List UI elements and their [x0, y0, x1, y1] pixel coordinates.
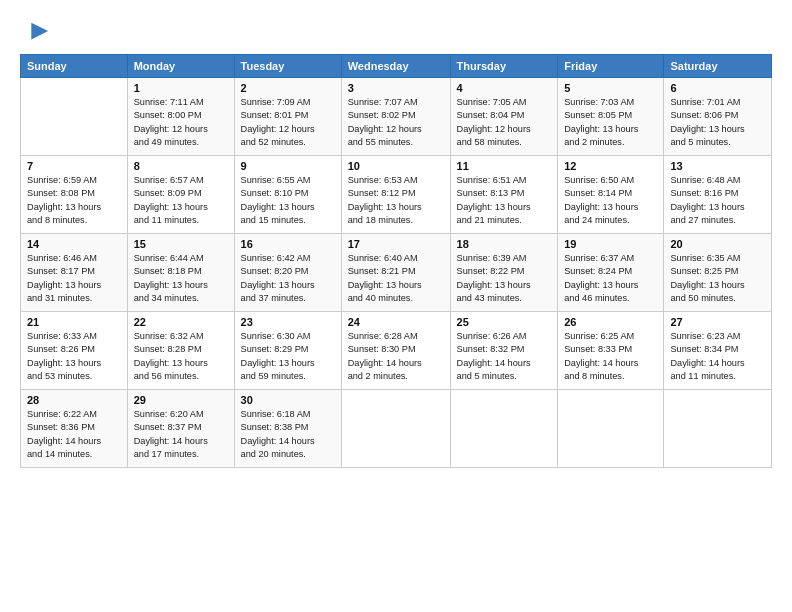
day-info: Sunrise: 6:33 AMSunset: 8:26 PMDaylight:…: [27, 330, 121, 383]
day-number: 2: [241, 82, 335, 94]
day-cell: 17Sunrise: 6:40 AMSunset: 8:21 PMDayligh…: [341, 234, 450, 312]
day-number: 16: [241, 238, 335, 250]
header-row: SundayMondayTuesdayWednesdayThursdayFrid…: [21, 55, 772, 78]
day-number: 25: [457, 316, 552, 328]
day-number: 14: [27, 238, 121, 250]
day-number: 13: [670, 160, 765, 172]
day-number: 23: [241, 316, 335, 328]
day-info: Sunrise: 6:35 AMSunset: 8:25 PMDaylight:…: [670, 252, 765, 305]
day-number: 6: [670, 82, 765, 94]
svg-marker-0: [31, 23, 48, 40]
day-number: 17: [348, 238, 444, 250]
day-info: Sunrise: 6:39 AMSunset: 8:22 PMDaylight:…: [457, 252, 552, 305]
week-row-1: 7Sunrise: 6:59 AMSunset: 8:08 PMDaylight…: [21, 156, 772, 234]
day-number: 10: [348, 160, 444, 172]
day-cell: 21Sunrise: 6:33 AMSunset: 8:26 PMDayligh…: [21, 312, 128, 390]
header-cell-thursday: Thursday: [450, 55, 558, 78]
day-info: Sunrise: 7:09 AMSunset: 8:01 PMDaylight:…: [241, 96, 335, 149]
day-number: 28: [27, 394, 121, 406]
day-cell: 2Sunrise: 7:09 AMSunset: 8:01 PMDaylight…: [234, 78, 341, 156]
day-number: 22: [134, 316, 228, 328]
day-info: Sunrise: 6:26 AMSunset: 8:32 PMDaylight:…: [457, 330, 552, 383]
day-cell: 3Sunrise: 7:07 AMSunset: 8:02 PMDaylight…: [341, 78, 450, 156]
day-info: Sunrise: 6:50 AMSunset: 8:14 PMDaylight:…: [564, 174, 657, 227]
day-cell: 10Sunrise: 6:53 AMSunset: 8:12 PMDayligh…: [341, 156, 450, 234]
header-cell-sunday: Sunday: [21, 55, 128, 78]
day-info: Sunrise: 7:11 AMSunset: 8:00 PMDaylight:…: [134, 96, 228, 149]
day-number: 26: [564, 316, 657, 328]
day-cell: 23Sunrise: 6:30 AMSunset: 8:29 PMDayligh…: [234, 312, 341, 390]
day-info: Sunrise: 6:30 AMSunset: 8:29 PMDaylight:…: [241, 330, 335, 383]
calendar-body: 1Sunrise: 7:11 AMSunset: 8:00 PMDaylight…: [21, 78, 772, 468]
header: [20, 18, 772, 46]
day-number: 20: [670, 238, 765, 250]
week-row-3: 21Sunrise: 6:33 AMSunset: 8:26 PMDayligh…: [21, 312, 772, 390]
day-cell: [21, 78, 128, 156]
day-cell: 30Sunrise: 6:18 AMSunset: 8:38 PMDayligh…: [234, 390, 341, 468]
day-cell: 8Sunrise: 6:57 AMSunset: 8:09 PMDaylight…: [127, 156, 234, 234]
day-cell: 16Sunrise: 6:42 AMSunset: 8:20 PMDayligh…: [234, 234, 341, 312]
day-number: 21: [27, 316, 121, 328]
day-info: Sunrise: 6:51 AMSunset: 8:13 PMDaylight:…: [457, 174, 552, 227]
day-cell: 13Sunrise: 6:48 AMSunset: 8:16 PMDayligh…: [664, 156, 772, 234]
day-cell: 15Sunrise: 6:44 AMSunset: 8:18 PMDayligh…: [127, 234, 234, 312]
day-number: 15: [134, 238, 228, 250]
day-number: 7: [27, 160, 121, 172]
day-number: 9: [241, 160, 335, 172]
day-cell: 28Sunrise: 6:22 AMSunset: 8:36 PMDayligh…: [21, 390, 128, 468]
day-number: 11: [457, 160, 552, 172]
day-info: Sunrise: 7:03 AMSunset: 8:05 PMDaylight:…: [564, 96, 657, 149]
week-row-2: 14Sunrise: 6:46 AMSunset: 8:17 PMDayligh…: [21, 234, 772, 312]
day-info: Sunrise: 6:23 AMSunset: 8:34 PMDaylight:…: [670, 330, 765, 383]
day-cell: 6Sunrise: 7:01 AMSunset: 8:06 PMDaylight…: [664, 78, 772, 156]
day-info: Sunrise: 6:37 AMSunset: 8:24 PMDaylight:…: [564, 252, 657, 305]
day-info: Sunrise: 6:44 AMSunset: 8:18 PMDaylight:…: [134, 252, 228, 305]
day-cell: 7Sunrise: 6:59 AMSunset: 8:08 PMDaylight…: [21, 156, 128, 234]
day-info: Sunrise: 6:22 AMSunset: 8:36 PMDaylight:…: [27, 408, 121, 461]
logo-icon: [22, 18, 50, 46]
header-cell-monday: Monday: [127, 55, 234, 78]
header-cell-tuesday: Tuesday: [234, 55, 341, 78]
day-cell: 29Sunrise: 6:20 AMSunset: 8:37 PMDayligh…: [127, 390, 234, 468]
day-cell: 14Sunrise: 6:46 AMSunset: 8:17 PMDayligh…: [21, 234, 128, 312]
header-cell-saturday: Saturday: [664, 55, 772, 78]
day-cell: 9Sunrise: 6:55 AMSunset: 8:10 PMDaylight…: [234, 156, 341, 234]
day-cell: 5Sunrise: 7:03 AMSunset: 8:05 PMDaylight…: [558, 78, 664, 156]
day-number: 1: [134, 82, 228, 94]
day-info: Sunrise: 6:53 AMSunset: 8:12 PMDaylight:…: [348, 174, 444, 227]
calendar-table: SundayMondayTuesdayWednesdayThursdayFrid…: [20, 54, 772, 468]
day-number: 8: [134, 160, 228, 172]
day-cell: 26Sunrise: 6:25 AMSunset: 8:33 PMDayligh…: [558, 312, 664, 390]
day-cell: [558, 390, 664, 468]
day-info: Sunrise: 7:01 AMSunset: 8:06 PMDaylight:…: [670, 96, 765, 149]
day-info: Sunrise: 6:20 AMSunset: 8:37 PMDaylight:…: [134, 408, 228, 461]
header-cell-friday: Friday: [558, 55, 664, 78]
day-cell: 12Sunrise: 6:50 AMSunset: 8:14 PMDayligh…: [558, 156, 664, 234]
day-cell: 25Sunrise: 6:26 AMSunset: 8:32 PMDayligh…: [450, 312, 558, 390]
day-cell: [450, 390, 558, 468]
day-cell: 20Sunrise: 6:35 AMSunset: 8:25 PMDayligh…: [664, 234, 772, 312]
day-number: 19: [564, 238, 657, 250]
day-info: Sunrise: 6:55 AMSunset: 8:10 PMDaylight:…: [241, 174, 335, 227]
day-cell: 22Sunrise: 6:32 AMSunset: 8:28 PMDayligh…: [127, 312, 234, 390]
week-row-4: 28Sunrise: 6:22 AMSunset: 8:36 PMDayligh…: [21, 390, 772, 468]
day-info: Sunrise: 6:46 AMSunset: 8:17 PMDaylight:…: [27, 252, 121, 305]
day-cell: 19Sunrise: 6:37 AMSunset: 8:24 PMDayligh…: [558, 234, 664, 312]
day-info: Sunrise: 6:28 AMSunset: 8:30 PMDaylight:…: [348, 330, 444, 383]
day-cell: [341, 390, 450, 468]
day-number: 5: [564, 82, 657, 94]
day-number: 29: [134, 394, 228, 406]
week-row-0: 1Sunrise: 7:11 AMSunset: 8:00 PMDaylight…: [21, 78, 772, 156]
day-number: 4: [457, 82, 552, 94]
day-cell: 18Sunrise: 6:39 AMSunset: 8:22 PMDayligh…: [450, 234, 558, 312]
day-cell: 24Sunrise: 6:28 AMSunset: 8:30 PMDayligh…: [341, 312, 450, 390]
day-info: Sunrise: 7:05 AMSunset: 8:04 PMDaylight:…: [457, 96, 552, 149]
day-cell: 27Sunrise: 6:23 AMSunset: 8:34 PMDayligh…: [664, 312, 772, 390]
logo: [20, 18, 50, 46]
day-info: Sunrise: 6:25 AMSunset: 8:33 PMDaylight:…: [564, 330, 657, 383]
day-info: Sunrise: 6:40 AMSunset: 8:21 PMDaylight:…: [348, 252, 444, 305]
day-info: Sunrise: 7:07 AMSunset: 8:02 PMDaylight:…: [348, 96, 444, 149]
day-cell: 11Sunrise: 6:51 AMSunset: 8:13 PMDayligh…: [450, 156, 558, 234]
day-number: 24: [348, 316, 444, 328]
day-cell: [664, 390, 772, 468]
